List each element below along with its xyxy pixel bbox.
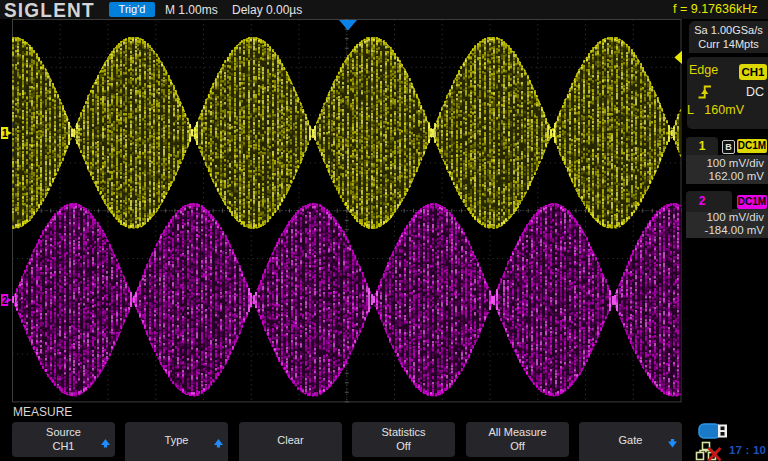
- svg-text:1: 1: [2, 128, 8, 139]
- svg-text:2: 2: [2, 295, 8, 306]
